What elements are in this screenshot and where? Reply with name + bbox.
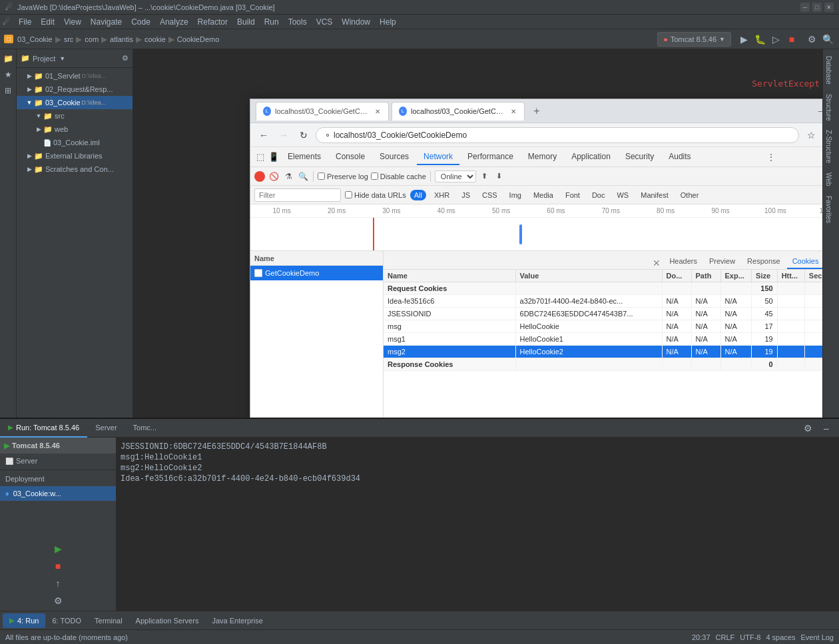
forward-button[interactable]: → [276,127,292,143]
menu-file[interactable]: File [15,16,35,28]
bottom-tab-tomc[interactable]: Tomc... [125,419,164,438]
tab-elements[interactable]: Elements [281,149,328,165]
sidebar-tab-zstructure[interactable]: Z-Structure [824,126,838,167]
tree-item-01servlet[interactable]: ▶ 📁 01_Servlet D:\Idea... [17,69,133,83]
sidebar-tab-structure[interactable]: Structure [824,90,838,125]
structure-icon[interactable]: ⊞ [1,84,15,97]
tab-response[interactable]: Response [742,254,786,269]
tab-close-icon[interactable]: ✕ [509,107,517,116]
table-row[interactable]: msg HelloCookie N/A N/A N/A 17 [384,320,822,333]
panel-update-btn[interactable]: ↑ [51,576,65,591]
tree-item-03cookie[interactable]: ▼ 📁 03_Cookie D:\Idea... [17,96,133,109]
tree-item-src[interactable]: ▼ 📁 src [17,109,133,123]
toolbar-java-enterprise-btn[interactable]: Java Enterprise [205,613,269,628]
tree-item-scratches[interactable]: ▶ 📁 Scratches and Con... [17,162,133,176]
tab-cookies[interactable]: Cookies [787,254,822,269]
toolbar-run-btn[interactable]: ▶ 4: Run [3,613,45,628]
bookmark-button[interactable]: ☆ [803,127,819,143]
gear-icon[interactable]: ⚙ [122,54,129,63]
back-button[interactable]: ← [256,127,272,143]
filter-xhr[interactable]: XHR [430,190,453,200]
bottom-tab-run[interactable]: ▶ Run: Tomcat 8.5.46 [0,419,87,438]
network-list-item[interactable]: GetCookieDemo [250,266,383,280]
record-button[interactable] [254,171,265,182]
tree-item-web[interactable]: ▶ 📁 web [17,123,133,136]
hide-data-urls-checkbox[interactable]: Hide data URLs [345,191,406,199]
filter-other[interactable]: Other [677,190,703,200]
tab-console[interactable]: Console [329,149,372,165]
filter-ws[interactable]: WS [613,190,633,200]
filter-css[interactable]: CSS [478,190,501,200]
browser-minimize-btn[interactable]: ─ [815,105,822,117]
tab-preview[interactable]: Preview [704,254,740,269]
tree-item-iml[interactable]: 📄 03_Cookie.iml [17,136,133,149]
menu-build[interactable]: Build [233,16,259,28]
menu-navigate[interactable]: Navigate [87,16,126,28]
tree-item-02request[interactable]: ▶ 📁 02_Request&Resp... [17,83,133,96]
filter-doc[interactable]: Doc [588,190,609,200]
menu-tools[interactable]: Tools [284,16,311,28]
clear-button[interactable]: 🚫 [268,170,280,182]
coverage-btn[interactable]: ▷ [768,32,783,47]
sidebar-tab-web[interactable]: Web [824,168,838,190]
tab-audits[interactable]: Audits [662,149,697,165]
menu-help[interactable]: Help [376,16,400,28]
toolbar-terminal-btn[interactable]: Terminal [88,613,129,628]
filter-font[interactable]: Font [561,190,584,200]
bottom-tab-server[interactable]: Server [87,419,125,438]
panel-settings-btn[interactable]: ⚙ [800,421,815,436]
statusbar-eventlog[interactable]: Event Log [800,633,834,641]
panel-stop-btn[interactable]: ■ [51,559,65,573]
filter-img[interactable]: Img [505,190,525,200]
browser-tab-1[interactable]: L localhost/03_Cookie/GetCookiD... ✕ [256,102,389,121]
stop-btn[interactable]: ■ [784,32,799,47]
filter-icon[interactable]: ⚗ [282,170,294,182]
menu-view[interactable]: View [60,16,85,28]
detail-close-btn[interactable]: ✕ [651,257,663,269]
browser-tab-2[interactable]: L localhost/03_Cookie/GetCookiD... ✕ [392,102,525,121]
sidebar-tab-database[interactable]: Database [824,52,838,89]
preserve-log-checkbox[interactable]: Preserve log [318,172,368,180]
toolbar-app-servers-btn[interactable]: Application Servers [129,613,206,628]
menu-vcs[interactable]: VCS [312,16,337,28]
tomcat-button[interactable]: ● Tomcat 8.5.46 ▼ [657,32,731,47]
disable-cache-checkbox[interactable]: Disable cache [371,172,426,180]
menu-analyze[interactable]: Analyze [156,16,192,28]
new-tab-button[interactable]: + [527,102,546,121]
tab-performance[interactable]: Performance [461,149,520,165]
tree-item-extlib[interactable]: ▶ 📁 External Libraries [17,149,133,162]
panel-settings-btn2[interactable]: ⚙ [51,593,65,608]
menu-window[interactable]: Window [338,16,374,28]
tab-application[interactable]: Application [565,149,617,165]
menu-run[interactable]: Run [260,16,283,28]
throttle-select[interactable]: Online [435,170,476,182]
favorites-icon[interactable]: ★ [1,68,15,81]
run-btn[interactable]: ▶ [736,32,751,47]
table-row-selected[interactable]: msg2 HelloCookie2 N/A N/A N/A 19 [384,346,822,358]
toolbar-todo-btn[interactable]: 6: TODO [45,613,88,628]
tab-security[interactable]: Security [619,149,661,165]
close-btn[interactable]: ✕ [824,3,834,12]
statusbar-indent[interactable]: 4 spaces [766,633,795,641]
address-bar[interactable]: ⚬ localhost/03_Cookie/GetCookieDemo [316,127,799,143]
tab-headers[interactable]: Headers [664,254,702,269]
search-button[interactable]: 🔍 [297,170,309,182]
tab-memory[interactable]: Memory [521,149,563,165]
export-icon[interactable]: ⬇ [493,170,505,182]
filter-media[interactable]: Media [529,190,557,200]
preserve-log-input[interactable] [318,172,325,180]
filter-js[interactable]: JS [457,190,474,200]
menu-refactor[interactable]: Refactor [194,16,232,28]
minimize-btn[interactable]: ─ [800,3,810,12]
debug-btn[interactable]: 🐛 [752,32,767,47]
table-row[interactable]: msg1 HelloCookie1 N/A N/A N/A 19 [384,333,822,346]
filter-all[interactable]: All [410,190,426,200]
table-row[interactable]: Idea-fe3516c6 a32b701f-4400-4e24-b840-ec… [384,295,822,308]
search-everywhere-btn[interactable]: 🔍 [820,32,835,47]
panel-run-btn[interactable]: ▶ [51,541,65,556]
sidebar-tab-favorites[interactable]: Favorites [824,192,838,227]
import-icon[interactable]: ⬆ [479,170,491,182]
menu-code[interactable]: Code [127,16,154,28]
panel-close-btn[interactable]: – [819,421,834,436]
statusbar-charset[interactable]: UTF-8 [740,633,760,641]
